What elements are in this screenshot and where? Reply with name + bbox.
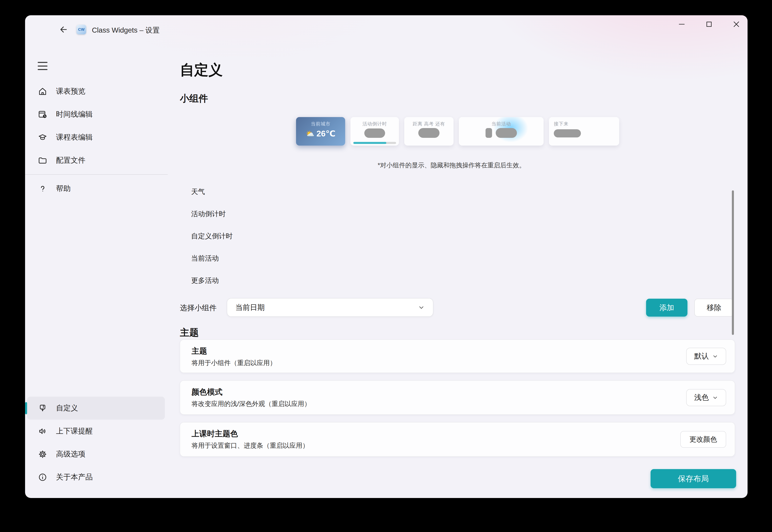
widget-card-current-activity[interactable]: 当前活动 — [459, 117, 544, 146]
main-content: 自定义 小组件 当前城市 ⛅ 26℃ 活动倒计时 距离 高考 还有 — [168, 15, 748, 498]
sidebar-item-advanced-options[interactable]: 高级选项 — [25, 443, 168, 466]
change-color-button[interactable]: 更改颜色 — [680, 431, 726, 448]
folder-icon — [38, 156, 47, 165]
chevron-down-icon — [418, 304, 425, 311]
sidebar-item-label: 课程表编辑 — [56, 132, 93, 142]
timeline-calendar-icon — [38, 110, 47, 119]
widget-label: 接下来 — [554, 121, 619, 127]
list-item-custom-countdown[interactable]: 自定义倒计时 — [191, 225, 233, 247]
chevron-down-icon — [712, 395, 718, 401]
window-title: Class Widgets – 设置 — [92, 25, 160, 35]
sidebar-item-label: 上下课提醒 — [56, 426, 93, 436]
restart-note: *对小组件的显示、隐藏和拖拽操作将在重启后生效。 — [168, 161, 735, 170]
placeholder-pill — [418, 128, 440, 138]
widget-list: 天气 活动倒计时 自定义倒计时 当前活动 更多活动 — [191, 181, 233, 292]
sidebar-divider — [25, 174, 168, 175]
color-mode-card: 颜色模式 将改变应用的浅/深色外观（重启以应用） 浅色 — [180, 380, 735, 415]
theme-dropdown[interactable]: 默认 — [686, 348, 726, 365]
widget-selector-value: 当前日期 — [235, 303, 418, 313]
sidebar-item-timetable-edit[interactable]: 课程表编辑 — [25, 126, 168, 149]
countdown-progress-track — [353, 142, 396, 144]
widget-card-exam-countdown[interactable]: 距离 高考 还有 — [404, 117, 454, 146]
color-mode-dropdown-value: 浅色 — [694, 393, 709, 403]
app-logo-icon: CW — [76, 25, 86, 34]
graduation-cap-icon — [38, 133, 47, 142]
theme-card-title: 主题 — [191, 346, 207, 356]
theme-card-subtitle: 将用于小组件（重启以应用） — [191, 359, 276, 367]
question-mark-icon — [38, 184, 47, 194]
sidebar-item-label: 时间线编辑 — [56, 109, 93, 119]
sidebar-item-class-reminder[interactable]: 上下课提醒 — [25, 420, 168, 443]
info-icon — [38, 472, 47, 482]
widget-selector-label: 选择小组件 — [180, 303, 216, 313]
sidebar-item-label: 配置文件 — [56, 155, 85, 165]
placeholder-pill — [554, 129, 581, 137]
sidebar-item-timeline-edit[interactable]: 时间线编辑 — [25, 103, 168, 126]
widget-card-activity-countdown[interactable]: 活动倒计时 — [350, 117, 399, 146]
widget-preview-row: 当前城市 ⛅ 26℃ 活动倒计时 距离 高考 还有 当前活动 — [168, 117, 748, 146]
color-mode-subtitle: 将改变应用的浅/深色外观（重启以应用） — [191, 399, 311, 408]
scrollbar[interactable] — [732, 190, 734, 335]
weather-temp: ⛅ 26℃ — [296, 129, 345, 138]
settings-window: CW Class Widgets – 设置 课表预览 — [25, 15, 748, 498]
sidebar-item-customize[interactable]: 自定义 — [27, 397, 165, 420]
widget-label: 活动倒计时 — [350, 121, 399, 127]
sidebar-item-label: 自定义 — [56, 403, 78, 413]
theme-section-heading: 主题 — [180, 326, 199, 339]
home-icon — [38, 87, 47, 96]
sidebar-item-label: 课表预览 — [56, 86, 85, 96]
save-layout-button[interactable]: 保存布局 — [651, 469, 736, 488]
placeholder-pills — [459, 128, 544, 138]
customize-widget-icon — [38, 403, 47, 413]
sun-cloud-icon: ⛅ — [306, 129, 314, 138]
list-item-activity-countdown[interactable]: 活动倒计时 — [191, 203, 233, 225]
placeholder-pill — [364, 128, 385, 138]
class-theme-color-subtitle: 将用于设置窗口、进度条（重启以应用） — [191, 441, 309, 450]
list-item-more-activities[interactable]: 更多活动 — [191, 269, 233, 292]
widget-label: 当前城市 — [296, 121, 345, 127]
widgets-section-heading: 小组件 — [180, 92, 208, 105]
theme-dropdown-value: 默认 — [694, 351, 709, 361]
add-widget-button[interactable]: 添加 — [646, 299, 687, 317]
gear-icon — [38, 449, 47, 459]
back-button[interactable] — [57, 23, 70, 36]
widget-selector-dropdown[interactable]: 当前日期 — [227, 298, 434, 317]
page-title: 自定义 — [180, 60, 223, 80]
speaker-icon — [38, 426, 47, 436]
countdown-progress-fill — [353, 142, 386, 144]
sidebar-bottom-group: 自定义 上下课提醒 高级选项 关于本产品 — [25, 397, 168, 498]
back-arrow-icon — [59, 25, 68, 34]
list-item-weather[interactable]: 天气 — [191, 181, 233, 203]
color-mode-title: 颜色模式 — [191, 387, 222, 397]
widget-label: 距离 高考 还有 — [404, 121, 454, 127]
sidebar-item-label: 帮助 — [56, 184, 71, 194]
sidebar-item-help[interactable]: 帮助 — [25, 177, 168, 200]
remove-widget-button[interactable]: 移除 — [694, 299, 734, 317]
widget-card-up-next[interactable]: 接下来 — [549, 117, 619, 146]
sidebar-item-profile[interactable]: 配置文件 — [25, 149, 168, 172]
sidebar: 课表预览 时间线编辑 课程表编辑 配置文件 帮助 — [25, 59, 168, 498]
widget-label: 当前活动 — [459, 121, 544, 127]
sidebar-item-schedule-preview[interactable]: 课表预览 — [25, 80, 168, 103]
temperature-value: 26℃ — [316, 129, 335, 138]
active-indicator — [25, 402, 27, 414]
theme-card: 主题 将用于小组件（重启以应用） 默认 — [180, 339, 735, 373]
sidebar-item-about[interactable]: 关于本产品 — [25, 466, 168, 489]
sidebar-item-label: 关于本产品 — [56, 472, 93, 482]
color-mode-dropdown[interactable]: 浅色 — [686, 389, 726, 406]
placeholder-pill-large — [496, 128, 517, 138]
sidebar-item-label: 高级选项 — [56, 449, 85, 459]
class-theme-color-title: 上课时主题色 — [191, 429, 238, 439]
placeholder-pill-small — [486, 128, 492, 138]
menu-button[interactable] — [38, 62, 47, 70]
class-theme-color-card: 上课时主题色 将用于设置窗口、进度条（重启以应用） 更改颜色 — [180, 422, 735, 457]
list-item-current-activity[interactable]: 当前活动 — [191, 247, 233, 269]
chevron-down-icon — [712, 353, 718, 359]
widget-card-weather[interactable]: 当前城市 ⛅ 26℃ — [296, 117, 345, 146]
